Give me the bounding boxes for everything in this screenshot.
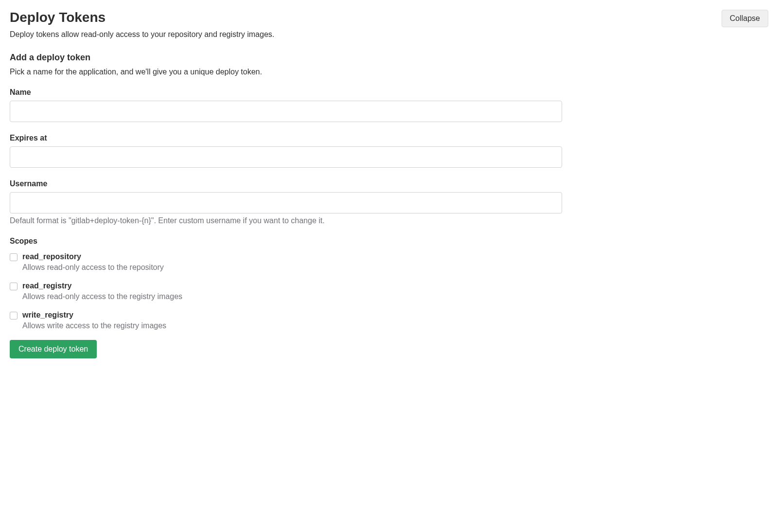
username-label: Username xyxy=(10,179,768,188)
scope-description: Allows write access to the registry imag… xyxy=(22,321,166,330)
scope-item-write-registry: write_registry Allows write access to th… xyxy=(10,311,768,330)
form-description: Pick a name for the application, and we'… xyxy=(10,68,768,76)
read-registry-checkbox[interactable] xyxy=(10,283,18,290)
section-title: Deploy Tokens xyxy=(10,10,274,25)
scope-name: read_registry xyxy=(22,282,182,290)
scope-description: Allows read-only access to the repositor… xyxy=(22,263,164,272)
form-heading: Add a deploy token xyxy=(10,53,768,63)
read-repository-checkbox[interactable] xyxy=(10,253,18,261)
username-help-text: Default format is "gitlab+deploy-token-{… xyxy=(10,216,768,225)
scope-item-read-registry: read_registry Allows read-only access to… xyxy=(10,282,768,301)
name-label: Name xyxy=(10,88,768,97)
scope-name: write_registry xyxy=(22,311,166,319)
section-description: Deploy tokens allow read-only access to … xyxy=(10,30,274,39)
collapse-button[interactable]: Collapse xyxy=(722,10,768,27)
write-registry-checkbox[interactable] xyxy=(10,312,18,319)
scope-description: Allows read-only access to the registry … xyxy=(22,292,182,301)
scopes-label: Scopes xyxy=(10,237,768,246)
expires-label: Expires at xyxy=(10,134,768,142)
expires-input[interactable] xyxy=(10,146,562,168)
create-deploy-token-button[interactable]: Create deploy token xyxy=(10,340,97,358)
scope-item-read-repository: read_repository Allows read-only access … xyxy=(10,252,768,272)
name-input[interactable] xyxy=(10,101,562,122)
scope-name: read_repository xyxy=(22,252,164,261)
username-input[interactable] xyxy=(10,192,562,213)
